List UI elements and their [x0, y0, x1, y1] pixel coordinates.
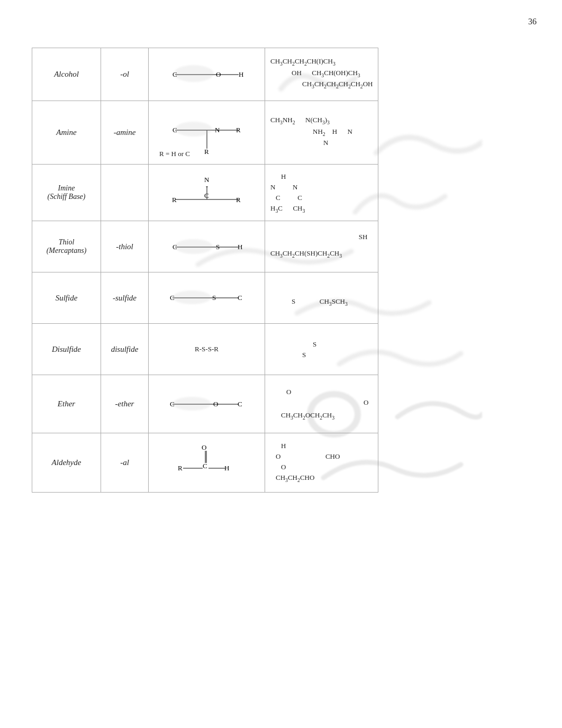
row-name-ether: Ether: [32, 375, 101, 433]
row-structure-amine: C N R R R = H or C: [149, 101, 265, 165]
imine-structure-svg: N C R R: [165, 170, 249, 215]
row-suffix-imine: [101, 165, 149, 221]
row-suffix-amine: -amine: [101, 101, 149, 165]
row-structure-disulfide: R-S-S-R: [149, 324, 265, 375]
row-examples-ether: O O CH3CH2OCH2CH3: [265, 375, 378, 433]
table-row: Sulfide -sulfide C S C: [32, 272, 378, 324]
page-number: 36: [528, 17, 537, 26]
row-structure-imine: N C R R: [149, 165, 265, 221]
example-aldehyde-o2: O: [281, 463, 373, 471]
row-suffix-sulfide: -sulfide: [101, 272, 149, 324]
svg-text:O: O: [202, 443, 206, 451]
svg-text:R: R: [236, 196, 241, 204]
svg-text:C: C: [204, 192, 209, 199]
example-imine-h: H: [281, 172, 373, 181]
svg-text:H: H: [224, 464, 229, 472]
example-imine-c: C C: [276, 194, 373, 202]
row-suffix-thiol: -thiol: [101, 221, 149, 272]
row-structure-aldehyde: O C R H: [149, 433, 265, 493]
example-disulfide-s2: S: [302, 351, 373, 359]
example-sulfide-s: S CH3SCH3: [292, 297, 373, 307]
row-suffix-alcohol: -ol: [101, 48, 149, 101]
row-name-imine: Imine(Schiff Base): [32, 165, 101, 221]
svg-text:C: C: [203, 462, 207, 470]
example-thiol-formula: CH3CH2CH(SH)CH2CH3: [270, 249, 373, 259]
row-name-thiol: Thiol(Mercaptans): [32, 221, 101, 272]
example-imine-nc: N N: [270, 183, 373, 192]
svg-point-15: [175, 122, 212, 136]
row-name-disulfide: Disulfide: [32, 324, 101, 375]
svg-point-44: [173, 397, 211, 411]
example-amine-2: NH2 H N: [313, 128, 373, 137]
svg-text:H: H: [239, 70, 243, 78]
aldehyde-structure-svg: O C R H: [173, 439, 241, 487]
table-row: Aldehyde -al O C R H: [32, 433, 378, 493]
example-ether-o-right: O: [270, 398, 373, 407]
row-structure-alcohol: C O H: [149, 48, 265, 101]
alcohol-structure-svg: C O H: [165, 59, 249, 90]
svg-text:N: N: [204, 176, 210, 184]
example-amine-3: N: [323, 139, 373, 147]
example-ether-o-top: O: [286, 388, 373, 396]
table-row: Amine -amine C N R R R = H or C: [32, 101, 378, 165]
row-examples-imine: H N N C C H3C CH3: [265, 165, 378, 221]
row-examples-sulfide: S CH3SCH3: [265, 272, 378, 324]
table-row: Imine(Schiff Base) N C R R: [32, 165, 378, 221]
disulfide-formula: R-S-S-R: [195, 345, 219, 353]
svg-text:R: R: [236, 126, 241, 134]
svg-point-37: [173, 290, 211, 304]
svg-text:S: S: [212, 294, 216, 302]
example-aldehyde-o-cho: O CHO: [276, 452, 373, 461]
svg-text:C: C: [238, 400, 242, 408]
row-examples-disulfide: S S: [265, 324, 378, 375]
table-row: Thiol(Mercaptans) -thiol C S H: [32, 221, 378, 272]
table-row: Alcohol -ol C O H: [32, 48, 378, 101]
svg-text:C: C: [238, 294, 242, 302]
row-examples-amine: CH3NH2 N(CH3)3 NH2 H N N: [265, 101, 378, 165]
row-name-amine: Amine: [32, 101, 101, 165]
row-suffix-ether: -ether: [101, 375, 149, 433]
example-aldehyde-h: H: [281, 442, 373, 450]
row-structure-sulfide: C S C: [149, 272, 265, 324]
svg-point-6: [174, 65, 214, 82]
ether-structure-svg: C O C: [165, 389, 249, 418]
example-alcohol-3: CH3CH2CH2CH2CH2OH: [302, 80, 373, 89]
svg-text:N: N: [215, 126, 220, 134]
example-ether-formula: CH3CH2OCH2CH3: [281, 411, 373, 421]
row-examples-thiol: SH CH3CH2CH(SH)CH2CH3: [265, 221, 378, 272]
example-amine-1: CH3NH2 N(CH3)3: [270, 116, 373, 125]
example-thiol-sh: SH: [270, 233, 373, 241]
table-row: Disulfide disulfide R-S-S-R S S: [32, 324, 378, 375]
example-alcohol-1: CH3CH2CH2CH(I)CH3: [270, 57, 373, 67]
amine-rdef: R = H or C: [159, 150, 190, 158]
functional-groups-table: Alcohol -ol C O H: [32, 48, 378, 493]
row-suffix-disulfide: disulfide: [101, 324, 149, 375]
svg-text:O: O: [216, 70, 221, 78]
row-name-alcohol: Alcohol: [32, 48, 101, 101]
example-imine-rr: H3C CH3: [270, 204, 373, 214]
row-name-aldehyde: Aldehyde: [32, 433, 101, 493]
svg-text:R: R: [172, 196, 177, 204]
row-structure-ether: C O C: [149, 375, 265, 433]
example-alcohol-2: OH CH3CH(OH)CH3: [292, 69, 373, 78]
table-row: Ether -ether C O C: [32, 375, 378, 433]
row-name-sulfide: Sulfide: [32, 272, 101, 324]
row-examples-aldehyde: H O CHO O CH3CH2CHO: [265, 433, 378, 493]
example-aldehyde-formula: CH3CH2CHO: [276, 474, 373, 483]
row-examples-alcohol: CH3CH2CH2CH(I)CH3 OH CH3CH(OH)CH3 CH3CH2…: [265, 48, 378, 101]
row-suffix-aldehyde: -al: [101, 433, 149, 493]
example-disulfide-s1: S: [313, 340, 373, 349]
svg-text:R: R: [178, 464, 183, 472]
sulfide-structure-svg: C S C: [165, 285, 249, 311]
svg-text:O: O: [213, 400, 218, 408]
svg-text:R: R: [204, 148, 209, 156]
